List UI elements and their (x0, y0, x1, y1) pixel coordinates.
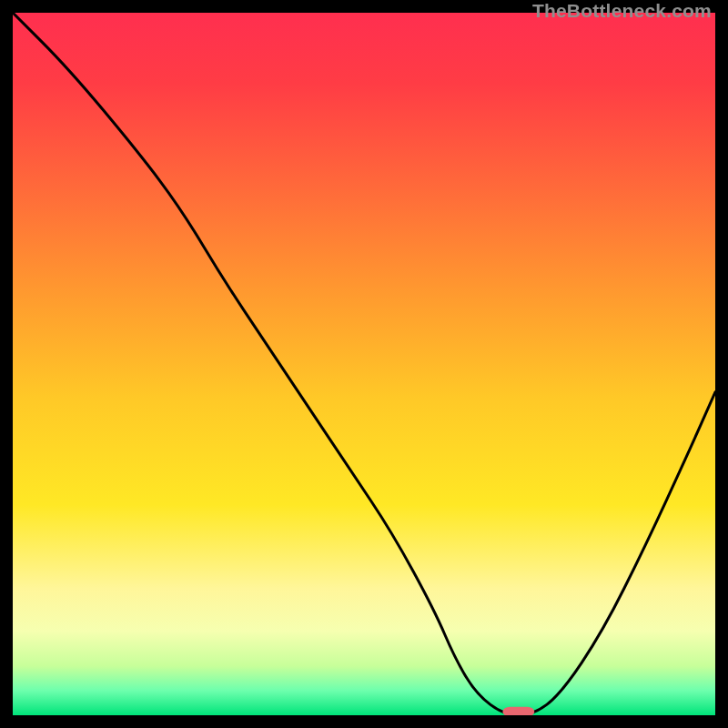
chart-frame (13, 13, 715, 715)
optimal-marker (502, 707, 534, 715)
watermark-text: TheBottleneck.com (532, 0, 712, 22)
bottleneck-chart (13, 13, 715, 715)
gradient-background (13, 13, 715, 715)
